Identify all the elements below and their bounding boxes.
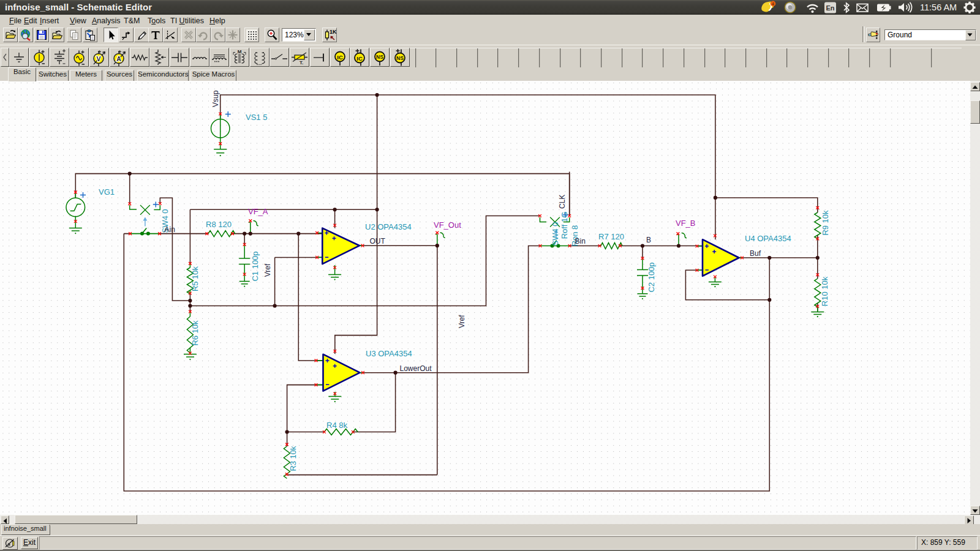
- svg-text:R7 120: R7 120: [598, 232, 624, 241]
- svg-text:B: B: [646, 236, 651, 244]
- svg-text:Vsup: Vsup: [211, 90, 220, 107]
- svg-text:VS1 5: VS1 5: [246, 113, 267, 122]
- svg-text:VF_Out: VF_Out: [434, 220, 461, 230]
- svg-text:Roff 1G: Roff 1G: [560, 212, 569, 239]
- svg-text:4: 4: [772, 2, 774, 6]
- svg-text:C2 100p: C2 100p: [647, 262, 656, 292]
- svg-text:VF_A: VF_A: [248, 207, 268, 216]
- svg-text:R3 10k: R3 10k: [288, 446, 298, 471]
- svg-text:IC: IC: [337, 54, 343, 61]
- svg-text:IC: IC: [356, 55, 363, 62]
- svg-text:NS: NS: [396, 55, 404, 61]
- svg-text:En: En: [826, 4, 834, 12]
- svg-text:NS: NS: [376, 54, 383, 60]
- svg-text:Ain: Ain: [165, 225, 175, 234]
- svg-text:LowerOut: LowerOut: [400, 364, 432, 373]
- svg-text:T.: T.: [300, 60, 303, 66]
- svg-text:VG1: VG1: [99, 187, 115, 197]
- svg-text:Vref: Vref: [263, 263, 272, 277]
- svg-text:VF_B: VF_B: [676, 219, 696, 228]
- svg-text:Vref: Vref: [458, 315, 466, 328]
- svg-text:A: A: [116, 55, 121, 62]
- svg-text:Buf: Buf: [750, 249, 761, 258]
- svg-text:R9 10k: R9 10k: [821, 210, 830, 236]
- svg-text:R5 10k: R5 10k: [190, 266, 200, 291]
- svg-text:V: V: [97, 55, 101, 62]
- svg-text:Bin: Bin: [575, 237, 586, 246]
- svg-text:11:56 AM: 11:56 AM: [920, 2, 957, 12]
- svg-text:U4 OPA4354: U4 OPA4354: [745, 234, 791, 243]
- svg-text:C1 100p: C1 100p: [251, 251, 260, 281]
- svg-text:R4 8k: R4 8k: [326, 421, 347, 430]
- svg-text:1K: 1K: [330, 29, 336, 35]
- svg-text:CLK: CLK: [558, 195, 567, 209]
- svg-text:OUT: OUT: [370, 237, 386, 246]
- svg-text:U3 OPA4354: U3 OPA4354: [366, 349, 412, 358]
- svg-text:R6 10k: R6 10k: [190, 320, 200, 346]
- svg-text:U2 OPA4354: U2 OPA4354: [365, 222, 412, 231]
- svg-text:M: M: [238, 49, 242, 54]
- svg-text:R10 10k: R10 10k: [820, 276, 829, 306]
- svg-text:R8 120: R8 120: [206, 220, 232, 229]
- svg-text:SW4 0: SW4 0: [551, 222, 560, 246]
